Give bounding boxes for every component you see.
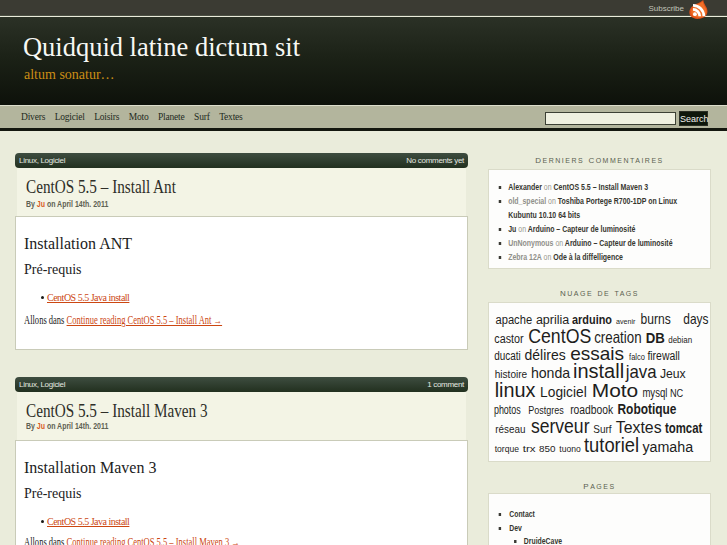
svg-text:photos: photos [494,403,521,417]
svg-text:java: java [625,361,657,382]
svg-text:ducati: ducati [494,349,521,363]
svg-text:debian: debian [668,334,692,345]
svg-text:Logiciel: Logiciel [540,383,587,400]
svg-text:délires: délires [525,346,566,363]
svg-text:trx: trx [523,443,536,454]
svg-text:burns: burns [641,311,671,327]
svg-text:apache: apache [496,313,533,327]
svg-text:tutoriel: tutoriel [584,433,639,456]
svg-text:tomcat: tomcat [665,420,703,436]
svg-text:yamaha: yamaha [642,438,693,455]
svg-text:torque: torque [495,444,519,454]
svg-text:Robotique: Robotique [618,401,677,417]
svg-text:mysql: mysql [642,386,667,400]
svg-text:Moto: Moto [592,380,639,401]
svg-text:linux: linux [495,378,537,401]
svg-text:serveur: serveur [531,414,590,437]
svg-text:castor: castor [494,332,523,346]
svg-text:DB: DB [646,330,665,346]
svg-text:réseau: réseau [495,423,525,435]
svg-text:avenir: avenir [616,317,636,326]
svg-text:install: install [573,359,624,382]
svg-text:tuono: tuono [559,444,580,454]
svg-text:Jeux: Jeux [660,367,686,381]
svg-text:days: days [683,311,708,327]
svg-text:NC: NC [670,388,683,399]
svg-text:850: 850 [539,443,556,454]
svg-text:honda: honda [531,364,571,381]
